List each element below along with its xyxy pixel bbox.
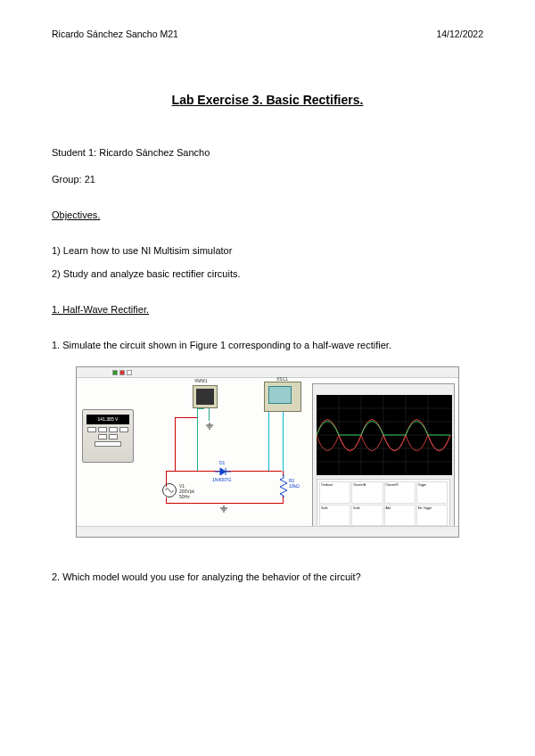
question-2: 2. Which model would you use for analyzi… [52, 571, 483, 582]
multimeter-reading: 141.385 V [86, 415, 129, 424]
play-icon [112, 370, 118, 375]
scope-cell: Scale [351, 505, 383, 527]
stop-icon [127, 370, 132, 375]
sim-statusbar [77, 526, 458, 537]
simulation-screenshot: 141.385 V XMM1 XSC1 D1 1N4007G [76, 366, 459, 538]
scope-cell: Timebase [319, 481, 350, 504]
author-name: Ricardo Sánchez Sancho M21 [52, 29, 178, 39]
scope-cell: Channel B [384, 481, 416, 504]
resistor [280, 474, 287, 497]
pause-icon [119, 370, 125, 375]
diode-ref: D1 [219, 460, 225, 465]
group-line: Group: 21 [52, 174, 483, 185]
wire [175, 417, 176, 471]
page-header: Ricardo Sánchez Sancho M21 14/12/2022 [52, 29, 483, 39]
wire [175, 417, 197, 418]
source-f: 50Hz [179, 494, 190, 499]
diode-part: 1N4007G [212, 477, 231, 482]
student-line: Student 1: Ricardo Sánchez Sancho [52, 147, 483, 158]
oscilloscope-window: Timebase Channel A Channel B Trigger Sca… [312, 383, 455, 533]
document-title: Lab Exercise 3. Basic Rectifiers. [52, 93, 483, 107]
scope-cell: Trigger [416, 481, 448, 504]
xmm-label: XMM1 [194, 378, 207, 383]
wire [166, 497, 167, 504]
question-1: 1. Simulate the circuit shown in Figure … [52, 340, 483, 350]
mm-btn [87, 427, 96, 432]
objective-1: 1) Learn how to use NI Multisim simulato… [52, 245, 483, 256]
res-val: 10kΩ [289, 483, 300, 489]
ac-source [162, 483, 177, 497]
scope-cell: Add [384, 505, 416, 527]
wire-cyan [283, 412, 284, 471]
scope-cell: Channel A [351, 481, 383, 504]
wire-green [209, 408, 210, 421]
mm-btn [109, 427, 118, 432]
sim-toolbar [77, 367, 458, 378]
ground-icon [205, 421, 214, 428]
section-1-heading: 1. Half-Wave Rectifier. [52, 304, 483, 315]
wire-green [197, 408, 204, 409]
scope-cell: Scale [319, 505, 350, 527]
document-date: 14/12/2022 [436, 29, 483, 39]
xsc-label: XSC1 [276, 376, 288, 382]
mm-btn [119, 427, 128, 432]
mm-set-btn [95, 441, 121, 447]
xmm-instrument-icon [193, 385, 218, 408]
objectives-heading: Objectives. [52, 210, 483, 220]
oscilloscope-screen [317, 395, 452, 475]
wire-green [197, 408, 198, 471]
xsc-instrument-icon [264, 382, 301, 412]
mm-btn [98, 434, 107, 440]
circuit-canvas: 141.385 V XMM1 XSC1 D1 1N4007G [77, 378, 458, 526]
diode-component [215, 467, 231, 476]
mm-btn [109, 434, 118, 440]
objective-2: 2) Study and analyze basic rectifier cir… [52, 268, 483, 279]
mm-btn [98, 427, 107, 432]
scope-cell: Ext. Trigger [416, 505, 448, 527]
multimeter-window: 141.385 V [82, 409, 134, 463]
oscilloscope-controls: Timebase Channel A Channel B Trigger Sca… [317, 479, 450, 529]
ground-icon [219, 504, 228, 511]
wire-cyan [268, 412, 269, 471]
